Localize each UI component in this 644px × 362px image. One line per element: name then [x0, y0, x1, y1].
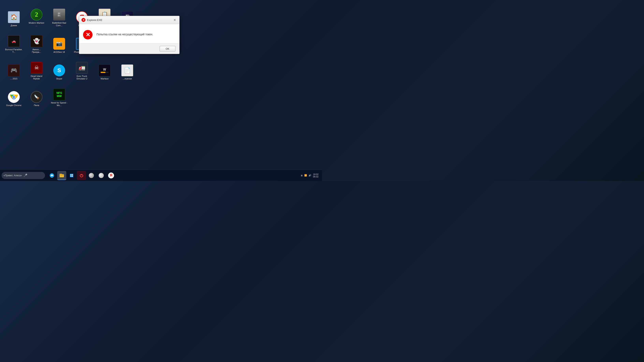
taskbar-time: 18:02 [313, 173, 318, 175]
taskbar-date: 09.02 [313, 175, 318, 178]
dialog-error-icon: ✕ [83, 30, 92, 39]
svg-rect-7 [70, 174, 74, 177]
taskbar-filemanager-button[interactable] [57, 171, 66, 180]
taskbar-search[interactable]: «Привет, Алиса» 🎤 [2, 172, 45, 179]
taskbar-clock: 18:02 09.02 [313, 173, 318, 178]
taskbar-ball1-button[interactable] [87, 171, 96, 180]
svg-rect-3 [60, 174, 64, 177]
dialog-ok-button[interactable]: OK [160, 46, 176, 51]
dialog-title: Explorer.EXE [87, 18, 172, 21]
taskbar-right: 🖥 📶 🔊 18:02 09.02 [300, 173, 320, 178]
svg-rect-6 [60, 176, 63, 176]
dialog-titlebar: ✕ Explorer.EXE ✕ [79, 16, 179, 24]
svg-rect-9 [72, 174, 73, 175]
svg-rect-10 [70, 176, 72, 177]
dialog-title-error-icon: ✕ [82, 18, 86, 22]
taskbar-icons: Я [47, 171, 116, 180]
dialog-close-button[interactable]: ✕ [172, 17, 177, 22]
taskbar-edge-button[interactable] [47, 171, 56, 180]
svg-rect-11 [72, 176, 73, 177]
svg-rect-5 [60, 175, 63, 175]
taskbar-yandex-button[interactable]: Я [106, 171, 116, 180]
error-dialog: ✕ Explorer.EXE ✕ ✕ Попытка ссылки на нес… [79, 16, 180, 54]
taskbar-search-text: «Привет, Алиса» [4, 174, 22, 177]
dialog-message: Попытка ссылки на несуществующий токен. [96, 30, 153, 36]
dialog-overlay: ✕ Explorer.EXE ✕ ✕ Попытка ссылки на нес… [0, 0, 322, 181]
microphone-icon[interactable]: 🎤 [24, 174, 28, 177]
taskbar-wifi-icon: 📶 [304, 174, 307, 177]
svg-rect-4 [60, 174, 62, 175]
taskbar-store-button[interactable] [67, 171, 76, 180]
svg-rect-8 [70, 174, 72, 175]
taskbar-ball2-button[interactable] [97, 171, 106, 180]
dialog-body: ✕ Попытка ссылки на несуществующий токен… [79, 24, 179, 43]
taskbar-volume-icon: 🔊 [308, 174, 311, 177]
taskbar: «Привет, Алиса» 🎤 [0, 170, 322, 181]
dialog-footer: OK [79, 43, 179, 54]
taskbar-power-button[interactable] [77, 171, 86, 180]
taskbar-network-icon: 🖥 [300, 174, 303, 177]
